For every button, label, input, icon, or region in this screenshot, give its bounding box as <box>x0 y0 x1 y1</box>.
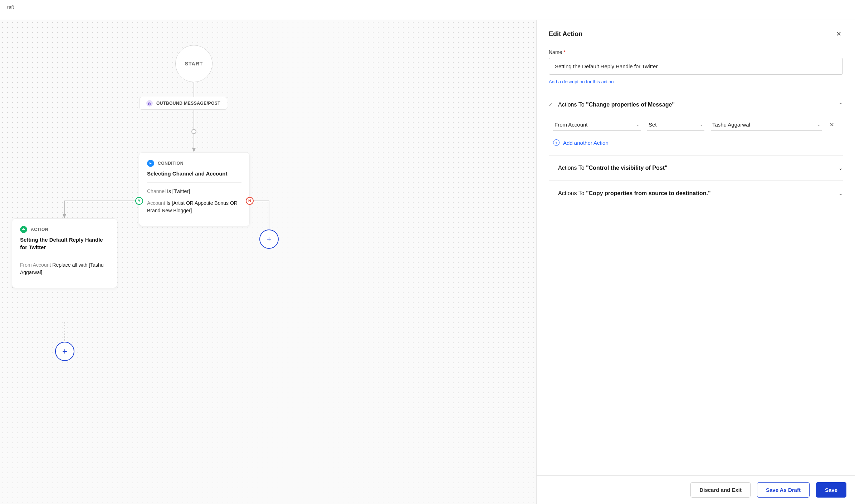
action-rule: From Account Replace all with [Tashu Agg… <box>20 261 109 276</box>
condition-rule-1: Channel Is [Twitter] <box>147 188 241 195</box>
connector-circle <box>191 129 196 134</box>
section-copy-properties[interactable]: Actions To "Copy properties from source … <box>549 181 843 206</box>
condition-icon <box>147 160 154 167</box>
condition-rule-2: Account Is [Artist OR Appetite Bonus OR … <box>147 199 241 214</box>
add-another-action-link[interactable]: + Add another Action <box>549 139 843 146</box>
trigger-pill[interactable]: ◐ OUTBOUND MESSAGE/POST <box>140 97 227 110</box>
action-title: Setting the Default Reply Handle for Twi… <box>20 236 109 251</box>
chevron-down-icon: ⌄ <box>839 165 843 171</box>
save-button[interactable]: Save <box>816 482 846 498</box>
name-field-label: Name* <box>549 49 843 55</box>
chevron-down-icon: ⌄ <box>839 191 843 196</box>
trigger-label: OUTBOUND MESSAGE/POST <box>156 101 220 106</box>
section-1-title: Actions To "Change properties of Message… <box>558 102 834 108</box>
section-control-visibility[interactable]: Actions To "Control the visibility of Po… <box>549 155 843 181</box>
chevron-down-icon: ⌄ <box>636 122 639 127</box>
action-node[interactable]: ACTION Setting the Default Reply Handle … <box>12 218 117 288</box>
branch-yes-badge: Y <box>135 197 143 205</box>
start-node[interactable]: START <box>175 45 212 82</box>
start-label: START <box>185 61 203 66</box>
action-type-label: ACTION <box>31 227 48 232</box>
property-select[interactable]: From Account ⌄ <box>553 119 641 131</box>
condition-title: Selecting Channel and Account <box>147 170 241 177</box>
value-select[interactable]: Tashu Aggarwal ⌄ <box>711 119 822 131</box>
discard-button[interactable]: Discard and Exit <box>690 482 751 498</box>
svg-marker-6 <box>150 162 152 164</box>
svg-marker-7 <box>24 229 25 230</box>
flow-canvas[interactable]: START ◐ OUTBOUND MESSAGE/POST CONDITION … <box>0 20 537 504</box>
plus-circle-icon: + <box>553 139 560 146</box>
edit-action-panel: Edit Action ✕ Name* Add a description fo… <box>537 20 855 504</box>
add-description-link[interactable]: Add a description for this action <box>549 79 614 84</box>
svg-marker-3 <box>192 148 196 152</box>
draft-fragment: raft <box>7 4 14 10</box>
panel-title: Edit Action <box>549 30 582 38</box>
top-bar: raft <box>0 0 855 20</box>
operation-select[interactable]: Set ⌄ <box>647 119 704 131</box>
branch-no-badge: N <box>246 197 254 205</box>
add-node-button-no-branch[interactable]: + <box>259 229 279 249</box>
action-rule-row: From Account ⌄ Set ⌄ Tashu Aggarwal ⌄ ✕ <box>549 119 843 131</box>
outbound-icon: ◐ <box>146 100 153 107</box>
close-icon[interactable]: ✕ <box>835 29 843 39</box>
condition-node[interactable]: CONDITION Selecting Channel and Account … <box>139 152 250 226</box>
save-as-draft-button[interactable]: Save As Draft <box>757 482 810 498</box>
check-icon: ✓ <box>549 102 554 107</box>
svg-marker-4 <box>63 214 66 218</box>
chevron-down-icon: ⌄ <box>817 122 820 127</box>
section-3-title: Actions To "Copy properties from source … <box>549 190 839 197</box>
condition-type-label: CONDITION <box>158 161 184 166</box>
add-node-button-after-action[interactable]: + <box>55 342 74 361</box>
action-icon <box>20 226 27 233</box>
chevron-up-icon: ⌃ <box>839 102 843 108</box>
section-change-properties[interactable]: ✓ Actions To "Change properties of Messa… <box>549 102 843 108</box>
name-input[interactable] <box>549 58 843 75</box>
chevron-down-icon: ⌄ <box>700 122 703 127</box>
remove-rule-icon[interactable]: ✕ <box>828 120 836 129</box>
panel-footer: Discard and Exit Save As Draft Save <box>537 475 855 504</box>
section-2-title: Actions To "Control the visibility of Po… <box>549 165 839 171</box>
